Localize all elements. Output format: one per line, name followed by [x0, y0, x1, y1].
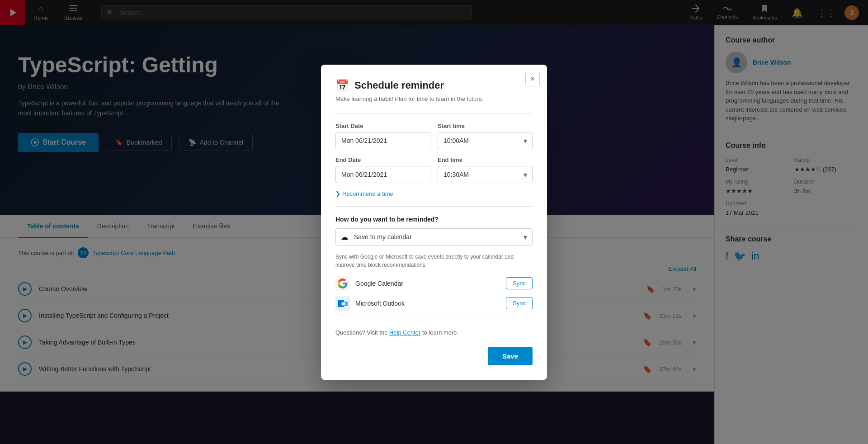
start-time-group: Start time 10:00AM 10:30AM 11:00AM [438, 123, 533, 149]
svg-point-9 [342, 302, 345, 305]
questions-text: Questions? Visit the Help Center to lear… [335, 329, 533, 336]
start-time-label: Start time [438, 123, 533, 129]
date-row: Start Date Start time 10:00AM 10:30AM 11… [335, 123, 533, 149]
end-date-input[interactable] [335, 166, 430, 183]
end-date-label: End Date [335, 156, 430, 163]
google-sync-button[interactable]: Sync [506, 277, 533, 289]
outlook-icon [335, 296, 350, 311]
google-icon [335, 276, 350, 291]
modal-title: Schedule reminder [354, 80, 444, 91]
start-date-input[interactable] [335, 132, 430, 149]
modal-overlay[interactable]: × 📅 Schedule reminder Make learning a ha… [0, 0, 868, 444]
modal-divider-mid [335, 206, 533, 207]
microsoft-sync-button[interactable]: Sync [506, 297, 533, 309]
end-time-group: End time 10:30AM 11:00AM 11:30AM [438, 156, 533, 183]
end-date-group: End Date [335, 156, 430, 183]
microsoft-calendar-label: Microsoft Outlook [355, 300, 500, 307]
start-date-label: Start Date [335, 123, 430, 129]
start-date-group: Start Date [335, 123, 430, 149]
start-time-select[interactable]: 10:00AM 10:30AM 11:00AM [438, 132, 533, 149]
reminder-question: How do you want to be reminded? [335, 216, 533, 223]
end-date-row: End Date End time 10:30AM 11:00AM 11:30A… [335, 156, 533, 183]
google-calendar-label: Google Calendar [355, 280, 500, 287]
modal-header: 📅 Schedule reminder [335, 79, 533, 92]
sync-note: Sync with Google or Microsoft to save ev… [335, 253, 533, 269]
end-time-select[interactable]: 10:30AM 11:00AM 11:30AM [438, 166, 533, 183]
end-time-label: End time [438, 156, 533, 163]
recommend-time-link[interactable]: ❯ Recommend a time [335, 190, 533, 197]
google-calendar-row: Google Calendar Sync [335, 276, 533, 291]
calendar-header-icon: 📅 [335, 79, 349, 92]
calendar-type-select-wrap: ☁ Save to my calendar Email reminder ▾ [335, 228, 533, 246]
modal-divider-top [335, 113, 533, 113]
calendar-type-select[interactable]: Save to my calendar Email reminder [335, 228, 533, 246]
recommend-label: Recommend a time [342, 190, 393, 197]
modal-divider-bottom [335, 320, 533, 320]
modal-footer: Save [335, 347, 533, 365]
help-center-link[interactable]: Help Center [389, 329, 420, 336]
modal-subtitle: Make learning a habit! Plan for time to … [335, 95, 533, 102]
schedule-reminder-modal: × 📅 Schedule reminder Make learning a ha… [321, 65, 547, 380]
chevron-right-icon: ❯ [335, 190, 340, 197]
microsoft-calendar-row: Microsoft Outlook Sync [335, 296, 533, 311]
modal-close-button[interactable]: × [525, 72, 540, 86]
save-button[interactable]: Save [488, 347, 533, 365]
